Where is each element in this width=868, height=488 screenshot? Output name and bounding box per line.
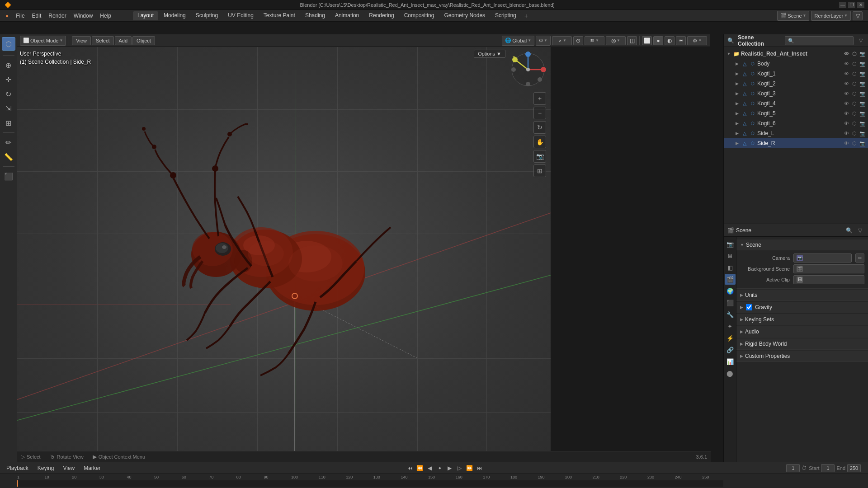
vis-select[interactable]: ⬡	[851, 120, 858, 127]
transport-prev-keyframe[interactable]: ⏪	[415, 464, 425, 473]
timeline-marker-menu[interactable]: Marker	[81, 464, 103, 472]
gravity-checkbox[interactable]	[746, 304, 752, 310]
vis-eye[interactable]: 👁	[843, 110, 850, 117]
bg-scene-value[interactable]: 🎬	[793, 264, 864, 273]
vis-select[interactable]: ⬡	[851, 70, 858, 77]
vis-render[interactable]: 📷	[859, 70, 866, 77]
shading-wireframe[interactable]: ⬜	[642, 36, 652, 45]
menu-item-edit[interactable]: Edit	[28, 12, 45, 20]
expand-icon[interactable]: ▶	[734, 120, 740, 127]
transport-play[interactable]: ▶	[445, 464, 454, 473]
vis-eye[interactable]: 👁	[843, 70, 850, 77]
view-menu[interactable]: View	[72, 36, 91, 45]
outliner-row-sideright[interactable]: ▶ △ ⬡ Side_R 👁 ⬡ 📷	[724, 138, 868, 148]
vis-eye[interactable]: 👁	[843, 120, 850, 127]
props-icon-constraints[interactable]: 🔗	[725, 344, 736, 355]
vis-render[interactable]: 📷	[859, 120, 866, 127]
outliner-row-kogti1[interactable]: ▶ △ ⬡ Kogti_1 👁 ⬡ 📷	[724, 69, 868, 79]
units-section-header[interactable]: ▶ Units	[736, 290, 868, 300]
expand-icon[interactable]: ▶	[734, 100, 740, 107]
props-icon-scene[interactable]: 🎬	[725, 274, 736, 285]
outliner-row-kogti2[interactable]: ▶ △ ⬡ Kogti_2 👁 ⬡ 📷	[724, 79, 868, 89]
tab-sculpting[interactable]: Sculpting	[191, 11, 222, 20]
active-clip-value[interactable]: 🎞	[793, 275, 864, 284]
snap-toggle[interactable]: ⚬▼	[552, 36, 572, 45]
xray-toggle[interactable]: ◫	[627, 36, 637, 45]
props-icon-view-layer[interactable]: ◧	[725, 262, 736, 273]
vis-eye[interactable]: 👁	[843, 80, 850, 87]
vis-render[interactable]: 📷	[859, 130, 866, 137]
timeline-playback-label[interactable]: Playback	[4, 464, 31, 472]
start-frame-input[interactable]: 1	[821, 464, 835, 472]
properties-filter[interactable]: ▽	[855, 226, 864, 235]
tab-layout[interactable]: Layout	[133, 11, 158, 20]
viewport-3d[interactable]: User Perspective (1) Scene Collection | …	[17, 47, 551, 462]
outliner-row-body[interactable]: ▶ △ ⬡ Body 👁 ⬡ 📷	[724, 59, 868, 69]
outliner-search[interactable]	[785, 36, 854, 45]
add-menu[interactable]: Add	[115, 36, 132, 45]
props-icon-data[interactable]: 📊	[725, 356, 736, 367]
outliner-row-kogti6[interactable]: ▶ △ ⬡ Kogti_6 👁 ⬡ 📷	[724, 118, 868, 128]
tab-modeling[interactable]: Modeling	[159, 11, 190, 20]
viewport-options-button[interactable]: Options ▼	[474, 50, 505, 58]
tab-rendering[interactable]: Rendering	[364, 11, 398, 20]
audio-section-header[interactable]: ▶ Audio	[736, 326, 868, 337]
select-menu[interactable]: Select	[92, 36, 114, 45]
expand-icon[interactable]: ▶	[734, 110, 740, 117]
props-icon-particles[interactable]: ✦	[725, 321, 736, 332]
timeline-keying-menu[interactable]: Keying	[35, 464, 57, 472]
vis-render[interactable]: 📷	[859, 110, 866, 117]
expand-icon[interactable]: ▶	[734, 130, 740, 136]
tab-uv-editing[interactable]: UV Editing	[223, 11, 258, 20]
tab-geometry-nodes[interactable]: Geometry Nodes	[439, 11, 490, 20]
visibility-render[interactable]: 📷	[859, 50, 866, 57]
overlay-toggle[interactable]: ◎▼	[606, 36, 626, 45]
nav-camera-button[interactable]: 📷	[533, 150, 546, 163]
object-menu[interactable]: Object	[132, 36, 155, 45]
menu-item-render[interactable]: Render	[45, 12, 70, 20]
vis-render[interactable]: 📷	[859, 100, 866, 107]
nav-zoom-in-button[interactable]: +	[533, 92, 546, 105]
timeline-scrubber[interactable]: 1102030405060708090100110120130140150160…	[0, 474, 868, 488]
visibility-select[interactable]: ⬡	[851, 50, 858, 57]
tool-annotate[interactable]: ✏	[2, 136, 15, 149]
viewport-gizmo[interactable]: X Y Z	[510, 52, 546, 88]
custom-props-section-header[interactable]: ▶ Custom Properties	[736, 351, 868, 361]
expand-icon[interactable]: ▶	[734, 90, 740, 97]
transport-stop-circle[interactable]: ●	[435, 464, 444, 473]
render-layer-selector[interactable]: RenderLayer ▼	[811, 11, 851, 21]
gravity-section-header[interactable]: ▶ Gravity	[736, 302, 868, 313]
tool-measure[interactable]: 📏	[2, 150, 15, 164]
outliner-row-collection[interactable]: ▼ 📁 Realistic_Red_Ant_Insect 👁 ⬡ 📷	[724, 49, 868, 59]
tab-shading[interactable]: Shading	[301, 11, 330, 20]
camera-value[interactable]: 📷	[793, 253, 852, 263]
outliner-row-kogti4[interactable]: ▶ △ ⬡ Kogti_4 👁 ⬡ 📷	[724, 99, 868, 108]
timeline-view-menu[interactable]: View	[60, 464, 77, 472]
menu-item-file[interactable]: File	[12, 12, 28, 20]
tab-compositing[interactable]: Compositing	[400, 11, 439, 20]
expand-icon[interactable]: ▶	[734, 70, 740, 77]
outliner-filter-button[interactable]: ▽	[857, 37, 864, 44]
keying-sets-section-header[interactable]: ▶ Keying Sets	[736, 314, 868, 325]
expand-icon[interactable]: ▶	[734, 61, 740, 67]
transport-next-keyframe[interactable]: ⏩	[465, 464, 474, 473]
tool-move[interactable]: ✛	[2, 73, 15, 86]
vis-eye[interactable]: 👁	[843, 130, 850, 137]
props-icon-world[interactable]: 🌍	[725, 286, 736, 296]
viewport-mode-selector[interactable]: ⬜ Object Mode ▼	[20, 36, 66, 46]
menu-item-window[interactable]: Window	[70, 12, 97, 20]
vis-eye[interactable]: 👁	[843, 60, 850, 67]
filter-button[interactable]: ▽	[853, 11, 863, 20]
restore-button[interactable]: ❐	[848, 2, 855, 8]
vis-select[interactable]: ⬡	[851, 60, 858, 67]
current-frame-input[interactable]: 1	[786, 464, 800, 472]
vis-eye[interactable]: 👁	[843, 140, 850, 147]
vis-select[interactable]: ⬡	[851, 110, 858, 117]
vis-render[interactable]: 📷	[859, 80, 866, 87]
props-icon-modifiers[interactable]: 🔧	[725, 309, 736, 320]
vis-select[interactable]: ⬡	[851, 140, 858, 147]
nav-pan-button[interactable]: ✋	[533, 136, 546, 148]
vis-select[interactable]: ⬡	[851, 90, 858, 97]
nav-zoom-out-button[interactable]: −	[533, 107, 546, 119]
expand-icon[interactable]: ▶	[734, 140, 740, 146]
